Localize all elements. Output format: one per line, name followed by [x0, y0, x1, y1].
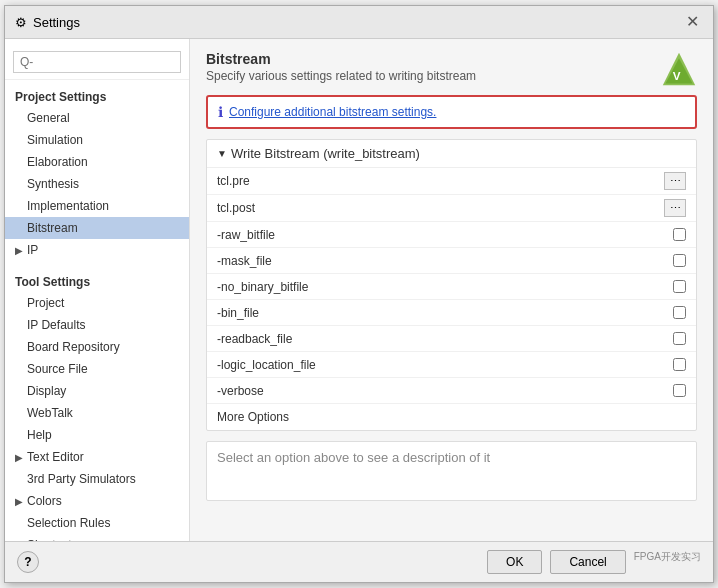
help-button[interactable]: ? [17, 551, 39, 573]
sidebar-item-selection-rules[interactable]: Selection Rules [5, 512, 189, 534]
sidebar-item-implementation[interactable]: Implementation [5, 195, 189, 217]
info-icon: ℹ [218, 104, 223, 120]
table-row: -logic_location_file [207, 352, 696, 378]
readback-file-checkbox[interactable] [673, 332, 686, 345]
sidebar-item-general[interactable]: General [5, 107, 189, 129]
sidebar-item-text-editor[interactable]: ▶Text Editor [5, 446, 189, 468]
cancel-button[interactable]: Cancel [550, 550, 625, 574]
page-title: Bitstream [206, 51, 476, 67]
sidebar-item-3rd-party-simulators[interactable]: 3rd Party Simulators [5, 468, 189, 490]
settings-panel: ▼ Write Bitstream (write_bitstream) tcl.… [206, 139, 697, 431]
alert-box: ℹ Configure additional bitstream setting… [206, 95, 697, 129]
tcl-pre-browse-button[interactable]: ⋯ [664, 172, 686, 190]
row-label-mask-file: -mask_file [217, 254, 673, 268]
settings-window: ⚙ Settings ✕ Project Settings General Si… [4, 5, 714, 583]
row-label-more-options: More Options [217, 410, 686, 424]
search-input[interactable] [13, 51, 181, 73]
sidebar-item-colors[interactable]: ▶Colors [5, 490, 189, 512]
colors-arrow-icon: ▶ [15, 496, 23, 507]
sidebar-item-project[interactable]: Project [5, 292, 189, 314]
ip-arrow-icon: ▶ [15, 245, 23, 256]
sidebar-item-bitstream[interactable]: Bitstream [5, 217, 189, 239]
table-row: -raw_bitfile [207, 222, 696, 248]
project-settings-header: Project Settings [5, 84, 189, 107]
main-header-text: Bitstream Specify various settings relat… [206, 51, 476, 83]
table-row: tcl.pre ⋯ [207, 168, 696, 195]
raw-bitfile-checkbox[interactable] [673, 228, 686, 241]
title-bar-title: ⚙ Settings [15, 15, 80, 30]
table-row: More Options [207, 404, 696, 430]
vivado-logo: V [661, 51, 697, 87]
sidebar-item-webtalk[interactable]: WebTalk [5, 402, 189, 424]
sidebar: Project Settings General Simulation Elab… [5, 39, 190, 541]
sidebar-item-display[interactable]: Display [5, 380, 189, 402]
tool-settings-header: Tool Settings [5, 269, 189, 292]
row-label-bin-file: -bin_file [217, 306, 673, 320]
verbose-checkbox[interactable] [673, 384, 686, 397]
close-button[interactable]: ✕ [682, 12, 703, 32]
row-label-no-binary-bitfile: -no_binary_bitfile [217, 280, 673, 294]
sidebar-item-ip-defaults[interactable]: IP Defaults [5, 314, 189, 336]
row-label-tcl-pre: tcl.pre [217, 174, 484, 188]
sidebar-item-synthesis[interactable]: Synthesis [5, 173, 189, 195]
main-header: Bitstream Specify various settings relat… [206, 51, 697, 87]
mask-file-checkbox[interactable] [673, 254, 686, 267]
row-label-readback-file: -readback_file [217, 332, 673, 346]
window-title: Settings [33, 15, 80, 30]
row-label-raw-bitfile: -raw_bitfile [217, 228, 673, 242]
sidebar-item-board-repository[interactable]: Board Repository [5, 336, 189, 358]
ok-button[interactable]: OK [487, 550, 542, 574]
footer-left: ? [17, 551, 39, 573]
sidebar-item-help[interactable]: Help [5, 424, 189, 446]
page-subtitle: Specify various settings related to writ… [206, 69, 476, 83]
main-content: Bitstream Specify various settings relat… [190, 39, 713, 541]
search-bar [5, 45, 189, 80]
sidebar-item-ip[interactable]: ▶IP [5, 239, 189, 261]
watermark: FPGA开发实习 [634, 550, 701, 574]
sidebar-item-shortcuts[interactable]: Shortcuts [5, 534, 189, 541]
bitstream-settings-link[interactable]: Configure additional bitstream settings. [229, 105, 436, 119]
tcl-post-browse-button[interactable]: ⋯ [664, 199, 686, 217]
footer: ? OK Cancel FPGA开发实习 [5, 541, 713, 582]
row-label-verbose: -verbose [217, 384, 673, 398]
table-row: -readback_file [207, 326, 696, 352]
panel-collapse-icon[interactable]: ▼ [217, 148, 227, 159]
table-row: -verbose [207, 378, 696, 404]
sidebar-item-elaboration[interactable]: Elaboration [5, 151, 189, 173]
gear-icon: ⚙ [15, 15, 27, 30]
panel-title: Write Bitstream (write_bitstream) [231, 146, 420, 161]
row-label-logic-location-file: -logic_location_file [217, 358, 673, 372]
no-binary-bitfile-checkbox[interactable] [673, 280, 686, 293]
sidebar-item-simulation[interactable]: Simulation [5, 129, 189, 151]
description-box: Select an option above to see a descript… [206, 441, 697, 501]
logic-location-file-checkbox[interactable] [673, 358, 686, 371]
window-content: Project Settings General Simulation Elab… [5, 39, 713, 541]
table-row: -no_binary_bitfile [207, 274, 696, 300]
title-bar: ⚙ Settings ✕ [5, 6, 713, 39]
svg-text:V: V [673, 69, 681, 82]
description-placeholder: Select an option above to see a descript… [217, 450, 490, 465]
table-row: -bin_file [207, 300, 696, 326]
bin-file-checkbox[interactable] [673, 306, 686, 319]
table-row: -mask_file [207, 248, 696, 274]
table-row: tcl.post ⋯ [207, 195, 696, 222]
text-editor-arrow-icon: ▶ [15, 452, 23, 463]
sidebar-item-source-file[interactable]: Source File [5, 358, 189, 380]
row-label-tcl-post: tcl.post [217, 201, 484, 215]
footer-buttons: OK Cancel FPGA开发实习 [487, 550, 701, 574]
settings-panel-header: ▼ Write Bitstream (write_bitstream) [207, 140, 696, 168]
